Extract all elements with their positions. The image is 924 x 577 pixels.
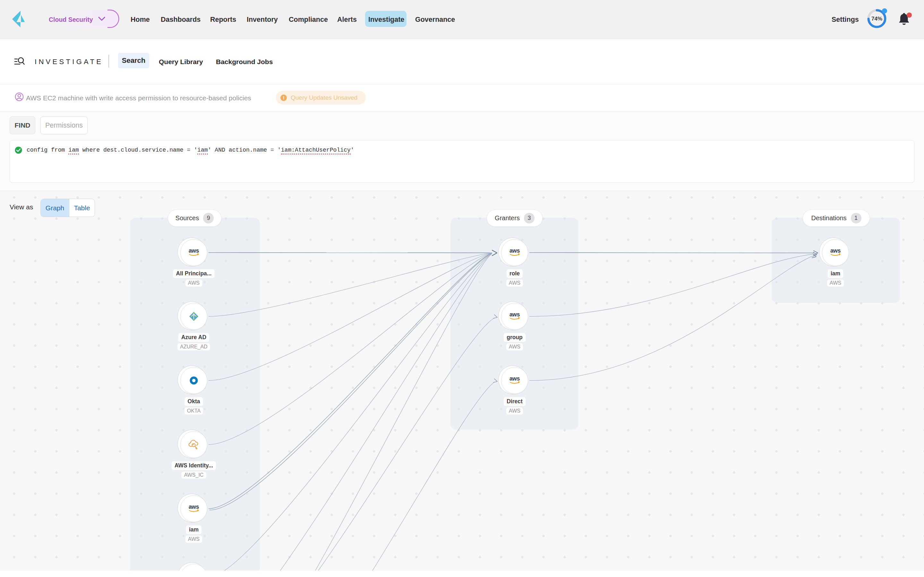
svg-text:aws: aws xyxy=(509,248,520,254)
svg-text:aws: aws xyxy=(509,311,520,318)
svg-text:aws: aws xyxy=(189,504,199,510)
svg-text:74%: 74% xyxy=(871,16,882,22)
svg-text:aws: aws xyxy=(509,376,520,382)
svg-text:aws: aws xyxy=(830,248,841,254)
svg-text:aws: aws xyxy=(189,248,199,254)
